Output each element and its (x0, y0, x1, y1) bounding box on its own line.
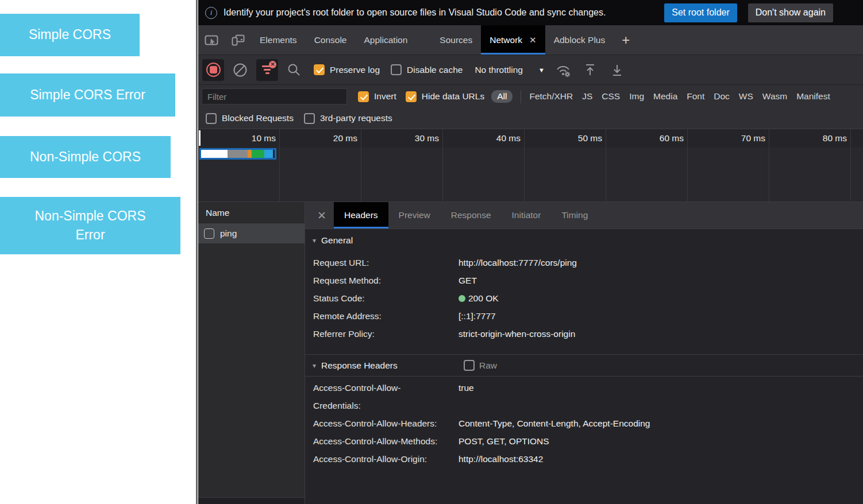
inspect-element-icon[interactable] (198, 25, 225, 55)
tab-sources[interactable]: Sources (431, 25, 481, 55)
network-main-area: Name ping ✕ Headers Preview Response Ini… (198, 202, 863, 504)
add-tab-icon[interactable]: + (614, 25, 638, 55)
tick-50ms: 50 ms (578, 129, 602, 147)
export-har-icon[interactable] (606, 59, 628, 81)
close-tab-icon[interactable]: ✕ (529, 35, 537, 45)
kv-value: Content-Type, Content-Length, Accept-Enc… (459, 414, 863, 432)
tick-30ms: 30 ms (415, 129, 439, 147)
simple-cors-button[interactable]: Simple CORS (0, 14, 140, 56)
status-code-value: 200 OK (468, 293, 499, 303)
raw-checkbox[interactable]: Raw (464, 360, 863, 371)
preserve-log-label: Preserve log (330, 65, 380, 75)
details-tab-response[interactable]: Response (441, 202, 502, 228)
request-waterfall-bar[interactable] (199, 148, 276, 160)
page-scrollbar-divider (196, 0, 198, 504)
tick-80ms: 80 ms (823, 129, 847, 147)
filter-type-js[interactable]: JS (582, 91, 592, 102)
kv-value: GET (459, 272, 863, 289)
kv-row: Status Code: 200 OK (313, 289, 863, 307)
filter-type-doc[interactable]: Doc (714, 91, 730, 102)
invert-checkbox[interactable]: Invert (358, 91, 396, 102)
non-simple-cors-button[interactable]: Non-Simple CORS (0, 136, 171, 178)
tab-application[interactable]: Application (356, 25, 417, 55)
waterfall-segment-download (264, 150, 273, 158)
devtools-panel: i Identify your project's root folder to… (198, 0, 863, 504)
response-headers-section-header[interactable]: ▾ Response Headers Raw (305, 354, 863, 377)
search-icon[interactable] (283, 59, 305, 81)
filter-type-img[interactable]: Img (629, 91, 644, 102)
request-row-checkbox[interactable] (204, 228, 214, 239)
set-root-folder-button[interactable]: Set root folder (664, 3, 737, 22)
timeline-origin-marker (199, 130, 201, 146)
throttling-select[interactable]: No throttling ▼ (475, 65, 544, 75)
filter-input[interactable] (202, 88, 347, 104)
details-tab-preview[interactable]: Preview (388, 202, 441, 228)
network-toolbar: ✕ Preserve log Disable cache No throttli… (198, 55, 863, 85)
timeline-column: 80 ms (769, 129, 851, 202)
general-section-header[interactable]: ▾ General (305, 229, 863, 251)
details-tab-headers[interactable]: Headers (334, 202, 388, 228)
disable-cache-checkbox[interactable]: Disable cache (391, 64, 463, 75)
name-column-header[interactable]: Name (198, 202, 305, 224)
tab-adblock-plus[interactable]: Adblock Plus (545, 25, 614, 55)
tab-network[interactable]: Network ✕ (481, 25, 545, 55)
filter-type-media[interactable]: Media (653, 91, 677, 102)
import-har-icon[interactable] (579, 59, 601, 81)
network-filter-bar-2: Blocked Requests 3rd-party requests (198, 108, 863, 129)
filter-type-fetch-xhr[interactable]: Fetch/XHR (529, 91, 573, 102)
waterfall-segment-request (248, 150, 252, 158)
raw-box (464, 360, 475, 371)
third-party-requests-label: 3rd-party requests (320, 113, 392, 123)
blocked-requests-checkbox[interactable]: Blocked Requests (206, 113, 294, 124)
request-row-name: ping (220, 228, 237, 239)
filter-type-manifest[interactable]: Manifest (796, 91, 830, 102)
clear-network-log-button[interactable] (229, 59, 251, 81)
filter-type-ws[interactable]: WS (739, 91, 753, 102)
kv-row: Access-Control-Allow-Origin: http://loca… (313, 450, 863, 468)
kv-row: Access-Control-Allow-Credentials: true (313, 379, 863, 414)
request-list-bottom-strip (198, 497, 305, 504)
details-tab-initiator[interactable]: Initiator (502, 202, 552, 228)
hide-data-urls-checkbox[interactable]: Hide data URLs (406, 91, 484, 102)
preserve-log-checkbox[interactable]: Preserve log (314, 64, 380, 75)
device-toolbar-icon[interactable] (225, 25, 251, 55)
details-tab-timing[interactable]: Timing (551, 202, 598, 228)
filter-type-all[interactable]: All (491, 90, 513, 103)
record-network-log-button[interactable] (202, 59, 224, 81)
kv-label: Access-Control-Allow-Methods: (313, 432, 442, 450)
close-details-icon[interactable]: ✕ (310, 202, 334, 228)
waterfall-segment-waiting (252, 150, 264, 158)
kv-value: http://localhost:7777/cors/ping (459, 254, 863, 272)
kv-row: Remote Address: [::1]:7777 (313, 307, 863, 325)
non-simple-cors-error-label: Non-Simple CORS Error (32, 207, 149, 245)
filter-type-font[interactable]: Font (687, 91, 704, 102)
infobar-message: Identify your project's root folder to o… (224, 7, 606, 18)
tab-console[interactable]: Console (306, 25, 356, 55)
kv-value: 200 OK (459, 289, 863, 307)
tick-70ms: 70 ms (741, 129, 765, 147)
invert-box (358, 91, 369, 102)
simple-cors-error-button[interactable]: Simple CORS Error (0, 73, 175, 117)
request-row-ping[interactable]: ping (198, 224, 305, 243)
timeline-column: 20 ms (280, 129, 361, 202)
tab-elements[interactable]: Elements (251, 25, 306, 55)
headers-content: ▾ General Request URL: http://localhost:… (305, 228, 863, 504)
filter-type-wasm[interactable]: Wasm (762, 91, 787, 102)
filter-type-css[interactable]: CSS (602, 91, 620, 102)
details-tabbar: ✕ Headers Preview Response Initiator Tim… (305, 202, 863, 228)
hide-data-urls-box (406, 91, 417, 102)
collapse-triangle-icon: ▾ (313, 362, 316, 370)
filter-icon[interactable]: ✕ (256, 59, 278, 81)
kv-row: Referrer Policy: strict-origin-when-cros… (313, 325, 863, 343)
kv-label: Status Code: (313, 289, 442, 307)
kv-row: Request Method: GET (313, 272, 863, 289)
request-list-panel: Name ping (198, 202, 305, 504)
third-party-requests-checkbox[interactable]: 3rd-party requests (304, 113, 392, 124)
dont-show-again-button[interactable]: Don't show again (748, 3, 833, 22)
waterfall-segment-queueing (201, 150, 228, 158)
kv-label: Access-Control-Allow-Credentials: (313, 379, 442, 414)
non-simple-cors-error-button[interactable]: Non-Simple CORS Error (0, 197, 180, 254)
network-conditions-icon[interactable] (552, 59, 574, 81)
timeline-column: 10 ms (198, 129, 280, 202)
third-party-requests-box (304, 113, 315, 124)
